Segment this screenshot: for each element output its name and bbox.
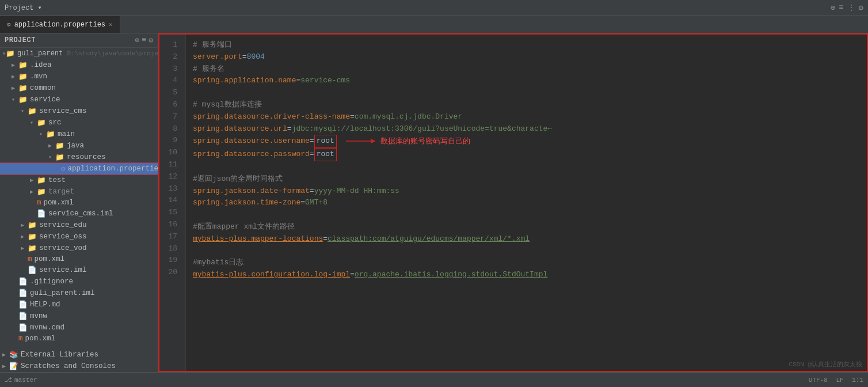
- line-num-1: 1: [159, 39, 181, 51]
- git-icon: ⎇: [5, 376, 12, 384]
- sidebar-sort-icon[interactable]: ≡: [142, 36, 146, 45]
- tree-item-src[interactable]: ▾ 📁 src: [0, 117, 158, 128]
- code-line-20: mybatis-plus.configuration.log-impl=org.…: [193, 269, 860, 281]
- folder-icon: 📁: [55, 153, 64, 162]
- comment-text: #返回json的全局时间格式: [193, 173, 283, 185]
- tree-item-scratches[interactable]: ▶ 📝 Scratches and Consoles: [0, 361, 158, 372]
- equals: =: [287, 123, 292, 135]
- editor-content: 1 2 3 4 5 6 7 8 9 10 11 12 13 14 15 16 1…: [159, 35, 867, 371]
- tree-label: guli_parent D:\study\java\code\project\g…: [17, 50, 158, 58]
- tree-item-java[interactable]: ▶ 📁 java: [0, 140, 158, 151]
- value-text: 8004: [247, 51, 265, 63]
- mybatis-key: mybatis-plus.mapper-locations: [193, 233, 323, 245]
- folder-icon: 📁: [18, 72, 28, 81]
- scratches-label: Scratches and Consoles: [21, 362, 116, 370]
- code-line-14: spring.jackson.time-zone=GMT+8: [193, 197, 860, 209]
- tree-label: resources: [67, 153, 106, 161]
- props-file-icon: ⚙: [7, 21, 11, 28]
- sidebar-gear-icon[interactable]: ⚙: [149, 36, 153, 45]
- tree-item-target[interactable]: ▶ 📁 target: [0, 186, 158, 198]
- tree-item-mvn[interactable]: ▶ 📁 .mvn: [0, 71, 158, 82]
- iml-icon: 📄: [37, 209, 46, 218]
- line-num-19: 19: [159, 255, 181, 267]
- arrow-icon: ▶: [2, 351, 9, 358]
- tree-item-service-oss[interactable]: ▶ 📁 service_oss: [0, 231, 158, 242]
- code-line-2: server.port=8004: [193, 51, 860, 63]
- tree-item-service-iml[interactable]: ▶ 📄 service.iml: [0, 264, 158, 276]
- tree-label: service_cms.iml: [48, 210, 113, 218]
- line-num-15: 15: [159, 207, 181, 219]
- iml-icon: 📄: [28, 265, 37, 275]
- tree-item-pom-cms[interactable]: ▶ m pom.xml: [0, 198, 158, 208]
- tree-item-external-libraries[interactable]: ▶ 📚 External Libraries: [0, 349, 158, 361]
- key-text: spring.datasource.password: [193, 149, 310, 161]
- tree-label: service_cms: [39, 107, 87, 115]
- tree-item-help-md[interactable]: ▶ 📄 HELP.md: [0, 299, 158, 310]
- tree-label: java: [67, 142, 84, 150]
- toolbar-icon-1[interactable]: ⊕: [831, 3, 835, 13]
- sidebar-collapse-icon[interactable]: ⊕: [135, 36, 140, 45]
- tree-item-mvnw[interactable]: ▶ 📄 mvnw: [0, 310, 158, 322]
- git-branch-label: master: [14, 377, 37, 384]
- line-num-20: 20: [159, 267, 181, 279]
- mybatis-value: org.apache.ibatis.logging.stdout.StdOutI…: [355, 269, 547, 281]
- line-separator-label: LF: [836, 377, 843, 384]
- project-menu[interactable]: Project ▾: [5, 3, 42, 12]
- tree-item-service-cms-iml[interactable]: ▶ 📄 service_cms.iml: [0, 208, 158, 219]
- code-line-4: spring.application.name=service-cms: [193, 75, 860, 87]
- tree-item-service[interactable]: ▾ 📁 service: [0, 94, 158, 105]
- value-boxed: root: [314, 135, 337, 148]
- tree-item-gitignore[interactable]: ▶ 📄 .gitignore: [0, 276, 158, 287]
- menu-bar: Project ▾ ⊕ ≡ ⋮ ⚙: [0, 0, 868, 16]
- comment-text: #配置mapper xml文件的路径: [193, 221, 295, 233]
- arrow-icon: ▶: [12, 301, 18, 308]
- tab-application-properties[interactable]: ⚙ application.properties ✕: [0, 16, 120, 33]
- status-left: ⎇ master: [5, 376, 37, 384]
- scratch-icon: 📝: [9, 362, 18, 371]
- status-right: UTF-8 LF 1:1: [809, 377, 863, 384]
- md-icon: 📄: [18, 300, 28, 309]
- tree-item-service-vod[interactable]: ▶ 📁 service_vod: [0, 242, 158, 254]
- toolbar-icon-settings[interactable]: ⚙: [859, 3, 863, 13]
- line-num-9: 9: [159, 135, 181, 147]
- toolbar-icon-2[interactable]: ≡: [839, 3, 843, 13]
- tree-item-pom-root[interactable]: ▶ m pom.xml: [0, 333, 158, 344]
- line-num-10: 10: [159, 147, 181, 159]
- project-tree: ▾ 📁 guli_parent D:\study\java\code\proje…: [0, 48, 158, 344]
- position-label: 1:1: [852, 377, 863, 384]
- tree-item-application-properties[interactable]: ▶ ⚙ application.properties: [0, 163, 158, 174]
- tree-label: HELP.md: [30, 301, 60, 309]
- tree-item-main[interactable]: ▾ 📁 main: [0, 128, 158, 140]
- tree-item-mvnw-cmd[interactable]: ▶ 📄 mvnw.cmd: [0, 322, 158, 333]
- tree-item-service-cms[interactable]: ▾ 📁 service_cms: [0, 105, 158, 117]
- tree-item-service-edu[interactable]: ▶ 📁 service_edu: [0, 219, 158, 231]
- equals: =: [300, 197, 305, 209]
- sidebar-title: Project: [5, 36, 36, 44]
- tree-label: pom.xml: [25, 335, 56, 343]
- tree-label: service_edu: [39, 221, 87, 229]
- tree-item-pom-service[interactable]: ▶ m pom.xml: [0, 254, 158, 264]
- arrow-icon: ▶: [12, 313, 18, 320]
- tree-item-guli-parent[interactable]: ▾ 📁 guli_parent D:\study\java\code\proje…: [0, 48, 158, 59]
- code-editor[interactable]: # 服务端口 server.port=8004 # 服务名 spring.app…: [186, 35, 867, 371]
- code-line-5: [193, 87, 860, 99]
- arrow-annotation-9: [346, 135, 380, 147]
- code-line-16: #配置mapper xml文件的路径: [193, 221, 860, 233]
- arrow-icon: ▶: [30, 199, 37, 206]
- tab-close-button[interactable]: ✕: [109, 21, 113, 28]
- tree-item-resources[interactable]: ▾ 📁 resources: [0, 151, 158, 163]
- line-num-16: 16: [159, 219, 181, 231]
- tree-label: .mvn: [30, 73, 47, 81]
- tree-item-test[interactable]: ▶ 📁 test: [0, 174, 158, 186]
- line-num-18: 18: [159, 243, 181, 255]
- library-icon: 📚: [9, 350, 18, 359]
- tree-item-common[interactable]: ▶ 📁 common: [0, 82, 158, 94]
- line-num-5: 5: [159, 87, 181, 99]
- arrow-icon: ▾: [12, 96, 18, 103]
- tree-item-guli-parent-iml[interactable]: ▶ 📄 guli_parent.iml: [0, 287, 158, 299]
- code-line-3: # 服务名: [193, 63, 860, 75]
- folder-icon: 📁: [18, 95, 28, 104]
- tree-item-idea[interactable]: ▶ 📁 .idea: [0, 59, 158, 71]
- folder-icon: 📁: [18, 60, 28, 70]
- toolbar-icon-3[interactable]: ⋮: [847, 3, 855, 13]
